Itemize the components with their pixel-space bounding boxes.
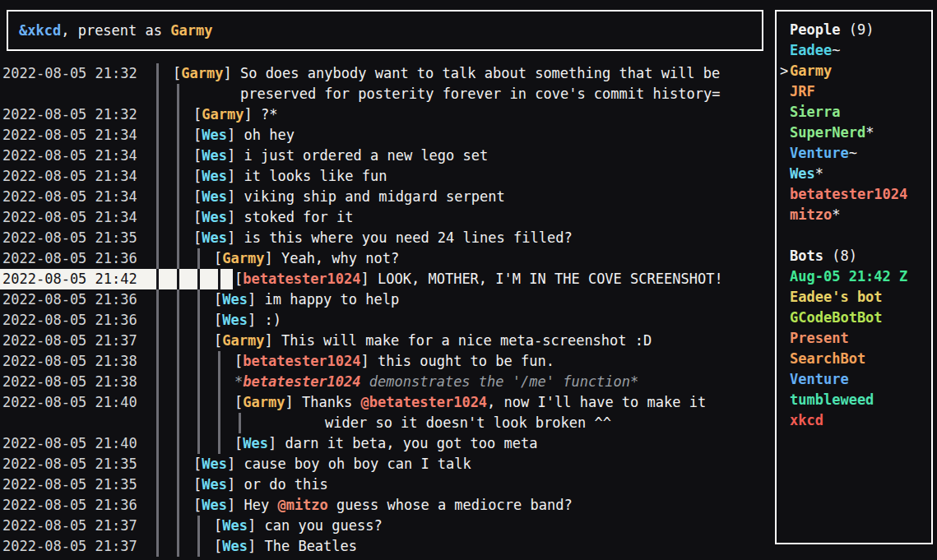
user-item-betatester1024[interactable]: betatester1024 (790, 184, 931, 205)
nick-wes[interactable]: Wes (222, 538, 248, 554)
nick-bracket-open: [ (193, 497, 202, 513)
message-text: wider so it doesn't look broken ^^ (325, 414, 611, 431)
thread-line (197, 289, 200, 310)
nick-wes[interactable]: Wes (202, 456, 227, 472)
nick-bracket-close: ] (361, 353, 378, 369)
bot-item-eadee-s-bot[interactable]: Eadee's bot (790, 287, 931, 308)
status-suffix: * (815, 165, 823, 182)
nick-wes[interactable]: Wes (202, 168, 227, 184)
people-sidebar[interactable]: People (9)Eadee~>GarmyJRFSierraSuperNerd… (775, 10, 933, 544)
thread-line (177, 372, 179, 392)
people-section-title-count: (9) (849, 21, 874, 38)
user-item-jrf[interactable]: JRF (790, 81, 931, 102)
nick-wes[interactable]: Wes (222, 517, 248, 534)
nick-garmy[interactable]: Garmy (243, 394, 285, 410)
nick-wes[interactable]: Wes (202, 229, 227, 246)
thread-line (156, 454, 159, 474)
nick-wes[interactable]: Wes (202, 476, 227, 493)
nick-bracket-open: [ (234, 353, 243, 369)
user-item-supernerd[interactable]: SuperNerd* (790, 123, 931, 143)
thread-line (197, 269, 200, 289)
nick-wes[interactable]: Wes (222, 312, 248, 328)
message-text: * (234, 373, 243, 390)
user-item-sierra[interactable]: Sierra (790, 102, 931, 123)
nick-wes[interactable]: Wes (222, 291, 248, 308)
nick-wes[interactable]: Wes (202, 497, 227, 513)
bot-item-searchbot[interactable]: SearchBot (790, 349, 931, 369)
thread-line (197, 516, 200, 536)
nick-garmy[interactable]: Garmy (222, 332, 264, 349)
timestamp: 2022-08-05 21:34 (2, 187, 137, 207)
bot-item-tumbleweed[interactable]: tumbleweed (790, 390, 931, 410)
bot-item-gcodebotbot[interactable]: GCodeBotBot (790, 308, 931, 328)
nick-bracket-close: ] (227, 147, 244, 164)
nick-bracket-close: ] (248, 538, 264, 554)
nick-wes[interactable]: Wes (243, 435, 268, 451)
thread-line (156, 536, 159, 557)
timestamp: 2022-08-05 21:38 (2, 351, 137, 372)
nick-bracket-close: ] (227, 209, 244, 225)
timestamp: 2022-08-05 21:34 (2, 146, 137, 166)
message-text: Yeah, why not? (281, 250, 399, 266)
bot-item-present[interactable]: Present (790, 328, 931, 349)
message-text: , now I'll have to make it (487, 394, 706, 410)
bot-item-venture[interactable]: Venture (790, 369, 931, 390)
nick-bracket-open: [ (193, 168, 202, 184)
timestamp: 2022-08-05 21:42 (2, 269, 137, 289)
chat-row-action: 2022-08-05 21:38*betatester1024 demonstr… (0, 372, 773, 392)
nick-wes[interactable]: Wes (202, 188, 227, 205)
chat-row: 2022-08-05 21:36[Wes] :) (0, 310, 773, 331)
user-item-eadee[interactable]: Eadee~ (790, 40, 931, 61)
nick-bracket-close: ] (223, 65, 239, 81)
message-text: demonstrates the '/me' function (361, 373, 631, 390)
bot-item-xkcd[interactable]: xkcd (790, 410, 931, 431)
nick-wes[interactable]: Wes (202, 147, 227, 164)
people-section-title: People (9) (790, 20, 931, 40)
user-item-mitzo[interactable]: mitzo* (790, 205, 931, 225)
nick-garmy[interactable]: Garmy (181, 65, 223, 81)
thread-line (218, 372, 220, 392)
nick-betatester1024[interactable]: betatester1024 (243, 271, 360, 287)
timestamp: 2022-08-05 21:32 (2, 63, 137, 84)
nick-wes[interactable]: Wes (202, 127, 227, 143)
chat-row: 2022-08-05 21:36[Wes] im happy to help (0, 289, 773, 310)
nick-betatester1024[interactable]: betatester1024 (243, 353, 360, 369)
thread-line (239, 413, 241, 433)
mention-betatester1024[interactable]: @betatester1024 (361, 394, 488, 410)
nick-bracket-close: ] (264, 332, 281, 349)
timestamp: 2022-08-05 21:34 (2, 125, 137, 146)
thread-line (177, 351, 179, 372)
thread-line (177, 454, 179, 474)
thread-line (197, 413, 200, 433)
thread-line (177, 289, 179, 310)
message: [Wes] i just ordered a new lego set (193, 146, 488, 166)
message-text: im happy to help (264, 291, 399, 308)
message: [Wes] Hey @mitzo guess whose a mediocre … (193, 495, 573, 516)
nick-bracket-close: ] (285, 394, 301, 410)
thread-line (156, 310, 159, 331)
thread-line (197, 248, 200, 269)
nick-garmy[interactable]: Garmy (222, 250, 264, 266)
nick-bracket-close: ] (227, 168, 244, 184)
thread-line (156, 248, 159, 269)
bot-name: Present (790, 330, 849, 346)
user-item-garmy[interactable]: >Garmy (790, 61, 931, 81)
user-name: JRF (790, 83, 815, 100)
user-item-venture[interactable]: Venture~ (790, 143, 931, 164)
timestamp: 2022-08-05 21:40 (2, 392, 137, 413)
thread-line (218, 269, 220, 289)
user-name: mitzo (790, 206, 832, 223)
nick-wes[interactable]: Wes (202, 209, 227, 225)
chat-row: 2022-08-05 21:34[Wes] oh hey (0, 125, 773, 146)
chat-row: 2022-08-05 21:32[Garmy] So does anybody … (0, 63, 773, 84)
nick-bracket-close: ] (227, 188, 244, 205)
mention-mitzo[interactable]: @mitzo (277, 497, 327, 513)
timestamp: 2022-08-05 21:35 (2, 228, 137, 248)
nick-bracket-close: ] (361, 271, 378, 287)
nick-garmy[interactable]: Garmy (202, 106, 244, 123)
bot-item-aug-05-21-42-z[interactable]: Aug-05 21:42 Z (790, 266, 931, 287)
thread-line (197, 433, 200, 454)
chat-log[interactable]: 2022-08-05 21:32[Garmy] So does anybody … (0, 63, 773, 557)
user-item-wes[interactable]: Wes* (790, 164, 931, 184)
current-nick: Garmy (170, 21, 212, 41)
